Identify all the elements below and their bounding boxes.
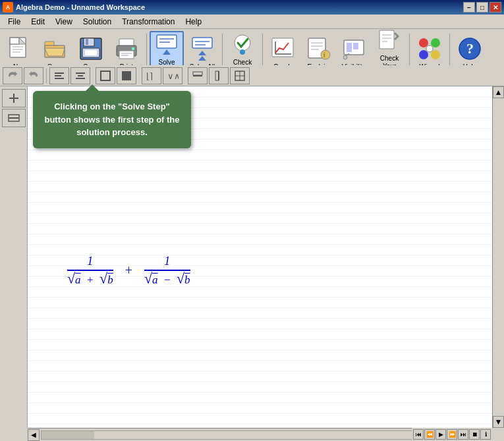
svg-point-44	[343, 55, 347, 59]
fraction-1: 1 √a + √b	[67, 254, 113, 287]
explain-icon: i	[305, 36, 331, 62]
svg-point-49	[419, 38, 428, 47]
filled-box-button[interactable]	[117, 67, 136, 84]
svg-marker-28	[198, 56, 206, 61]
media-prev[interactable]: ⏪	[424, 429, 435, 440]
svg-point-51	[419, 50, 428, 59]
close-button[interactable]: ✕	[490, 2, 501, 13]
svg-rect-17	[132, 47, 134, 50]
box-button[interactable]	[96, 67, 115, 84]
svg-rect-10	[84, 38, 94, 46]
scrollbar-thumb[interactable]	[42, 431, 94, 439]
wizard-icon	[416, 36, 443, 62]
app-icon: A	[3, 2, 13, 13]
format-sep-1	[46, 69, 47, 83]
print-icon	[113, 36, 140, 62]
check-solution-icon	[229, 32, 256, 57]
save-icon	[78, 36, 104, 62]
scroll-left-button[interactable]: ◀	[28, 429, 40, 441]
menu-bar: File Edit View Solution Transformation H…	[0, 15, 504, 29]
visibility-icon	[341, 36, 367, 62]
tooltip-bubble: Clicking on the "Solve Step" button show…	[33, 91, 191, 148]
svg-rect-24	[192, 38, 212, 48]
svg-marker-8	[45, 48, 65, 56]
svg-text:∨∧: ∨∧	[167, 71, 179, 81]
svg-point-53	[426, 45, 433, 52]
denominator-1: √a + √b	[67, 270, 113, 287]
align-center-button[interactable]	[70, 67, 90, 84]
redo-button[interactable]	[24, 67, 43, 84]
menu-file[interactable]: File	[3, 16, 26, 28]
bracket-button[interactable]: ⌊⌉	[142, 67, 161, 84]
tooltip-text: Clicking on the "Solve Step" button show…	[44, 102, 179, 137]
svg-text:?: ?	[466, 40, 474, 57]
title-bar: A Algebra Demo - Unnamed Workspace − □ ✕	[0, 0, 504, 15]
math-expression: 1 √a + √b + 1 √a − √b	[67, 254, 190, 287]
svg-point-30	[240, 49, 245, 55]
svg-rect-1	[10, 38, 19, 44]
svg-text:i: i	[323, 51, 325, 59]
fraction-2: 1 √a − √b	[144, 254, 190, 287]
svg-marker-23	[163, 49, 171, 55]
solve-all-icon	[189, 36, 215, 62]
sidebar-btn-1[interactable]	[2, 89, 26, 107]
numerator-1: 1	[87, 254, 93, 270]
svg-point-50	[431, 38, 440, 47]
vline-button[interactable]	[209, 67, 229, 84]
solve-step-icon	[154, 32, 180, 57]
open-icon	[42, 36, 69, 62]
new-icon	[7, 36, 33, 62]
media-skip-back[interactable]: ⏮	[413, 429, 424, 440]
media-info[interactable]: ℹ	[480, 429, 491, 440]
grid-button[interactable]	[230, 67, 250, 84]
svg-rect-11	[86, 38, 88, 45]
restore-button[interactable]: □	[476, 2, 488, 13]
svg-point-38	[321, 50, 330, 59]
check-work-icon	[376, 28, 403, 53]
plus-operator: +	[125, 263, 132, 278]
media-buttons: ⏮ ⏪ ▶ ⏩ ⏭ ⏹ ℹ	[412, 428, 492, 441]
help-icon: ?	[457, 36, 483, 62]
svg-rect-45	[379, 30, 394, 49]
svg-rect-42	[353, 43, 358, 49]
titlebar-buttons: − □ ✕	[463, 2, 501, 13]
scroll-up-button[interactable]: ▲	[493, 86, 504, 98]
svg-rect-62	[101, 71, 110, 80]
bracket2-button[interactable]: ∨∧	[163, 67, 182, 84]
svg-text:⌊⌉: ⌊⌉	[146, 71, 153, 81]
media-skip-fwd[interactable]: ⏭	[458, 429, 468, 440]
svg-rect-67	[193, 72, 202, 75]
menu-help[interactable]: Help	[180, 16, 207, 28]
scroll-down-button[interactable]: ▼	[493, 416, 504, 428]
menu-edit[interactable]: Edit	[26, 16, 50, 28]
minimize-button[interactable]: −	[463, 2, 475, 13]
media-play[interactable]: ▶	[435, 429, 446, 440]
scrollbar-right: ▲ ▼	[492, 86, 504, 428]
graph-icon	[269, 36, 296, 62]
numerator-2: 1	[164, 254, 170, 270]
undo-button[interactable]	[3, 67, 22, 84]
menu-transformation[interactable]: Transformation	[117, 16, 180, 28]
svg-marker-27	[198, 51, 206, 55]
svg-rect-63	[122, 71, 131, 80]
svg-rect-41	[347, 43, 352, 52]
window-title: Algebra Demo - Unnamed Workspace	[16, 3, 145, 11]
format-toolbar: ⌊⌉ ∨∧	[0, 65, 504, 86]
left-sidebar: Problem	[0, 86, 28, 428]
hline-button[interactable]	[188, 67, 208, 84]
media-stop[interactable]: ⏹	[469, 429, 480, 440]
svg-rect-16	[119, 51, 134, 59]
menu-solution[interactable]: Solution	[78, 16, 117, 28]
svg-rect-20	[157, 35, 177, 48]
svg-point-52	[431, 50, 440, 59]
menu-view[interactable]: View	[50, 16, 78, 28]
svg-rect-13	[85, 50, 97, 55]
align-left-button[interactable]	[49, 67, 69, 84]
denominator-2: √a − √b	[144, 270, 190, 287]
sidebar-btn-2[interactable]	[2, 109, 26, 127]
media-next[interactable]: ⏩	[447, 429, 457, 440]
